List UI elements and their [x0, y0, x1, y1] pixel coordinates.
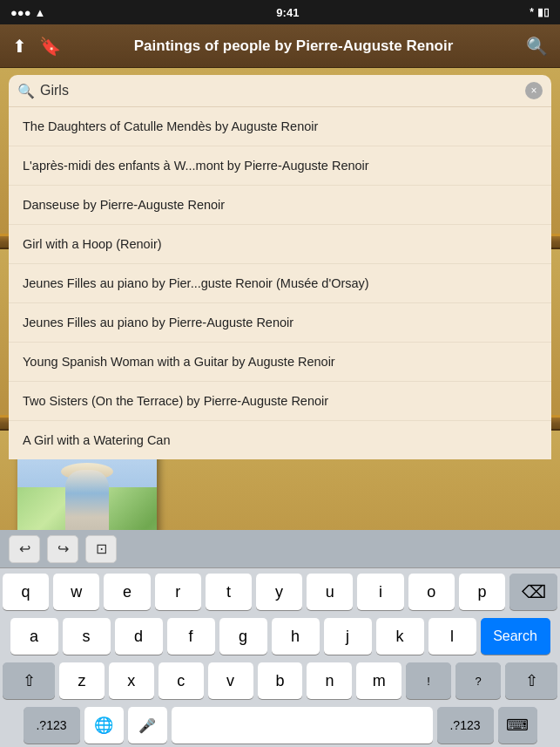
back-button[interactable]: ⬆ [12, 36, 27, 57]
key-n[interactable]: n [307, 662, 352, 699]
key-v[interactable]: v [208, 662, 253, 699]
key-k[interactable]: k [376, 618, 424, 655]
search-results: The Daughters of Catulle Mendès by Augus… [9, 106, 551, 459]
search-result-6[interactable]: Young Spanish Woman with a Guitar by Aug… [9, 343, 551, 382]
key-o[interactable]: o [408, 574, 455, 610]
battery-icon: ▮▯ [537, 6, 550, 18]
key-g[interactable]: g [219, 618, 267, 655]
key-row-4: .?123 🌐 🎤 .?123 ⌨ [3, 707, 557, 744]
shift-key-left[interactable]: ⇧ [3, 662, 55, 699]
key-e[interactable]: e [104, 574, 150, 610]
wifi-icon: ▲ [35, 6, 46, 19]
key-u[interactable]: u [307, 574, 353, 610]
key-exclaim[interactable]: ! [406, 662, 451, 699]
search-input[interactable] [40, 83, 525, 98]
nav-bar: ⬆ 🔖 Paintings of people by Pierre-August… [0, 24, 560, 68]
search-result-4[interactable]: Jeunes Filles au piano by Pier...guste R… [9, 264, 551, 303]
key-q[interactable]: q [3, 574, 49, 610]
key-b[interactable]: b [258, 662, 303, 699]
globe-key[interactable]: 🌐 [84, 707, 124, 744]
status-bar-left: ●●● ▲ [10, 6, 45, 19]
search-clear-button[interactable]: × [525, 82, 543, 99]
mic-key[interactable]: 🎤 [128, 707, 167, 744]
bookmark-button[interactable]: 🔖 [39, 36, 61, 57]
search-overlay: 🔍 × The Daughters of Catulle Mendès by A… [9, 68, 551, 459]
space-key[interactable] [172, 707, 433, 744]
signal-icon: ●●● [10, 6, 31, 19]
status-time: 9:41 [276, 6, 299, 19]
search-result-2[interactable]: Danseuse by Pierre-Auguste Renoir [9, 186, 551, 225]
key-row-3: ⇧ z x c v b n m ! ? ⇧ [3, 662, 557, 699]
search-result-0[interactable]: The Daughters of Catulle Mendès by Augus… [9, 107, 551, 146]
key-y[interactable]: y [256, 574, 302, 610]
shift-key-right[interactable]: ⇧ [505, 662, 557, 699]
search-icon: 🔍 [17, 83, 35, 99]
keyboard-toolbar: ↩ ↪ ⊡ [0, 530, 560, 568]
search-result-5[interactable]: Jeunes Filles au piano by Pierre-Auguste… [9, 303, 551, 343]
key-f[interactable]: f [167, 618, 215, 655]
search-key[interactable]: Search [481, 618, 550, 655]
key-a[interactable]: a [10, 618, 58, 655]
status-bar: ●●● ▲ 9:41 * ▮▯ [0, 0, 560, 24]
key-l[interactable]: l [428, 618, 476, 655]
search-button[interactable]: 🔍 [526, 36, 548, 57]
key-question[interactable]: ? [455, 662, 501, 699]
key-s[interactable]: s [63, 618, 111, 655]
content-area: Paintings of...uguste Renoir La loge by … [0, 68, 560, 574]
bluetooth-icon: * [530, 6, 534, 18]
key-d[interactable]: d [115, 618, 163, 655]
key-c[interactable]: c [159, 662, 204, 699]
paste-button[interactable]: ⊡ [85, 535, 117, 563]
key-row-2: a s d f g h j k l Search [3, 618, 557, 655]
number-key-right[interactable]: .?123 [437, 707, 494, 744]
undo-button[interactable]: ↩ [9, 535, 40, 563]
search-bar-container: 🔍 × [9, 75, 551, 106]
key-z[interactable]: z [59, 662, 105, 699]
keyboard-area: ↩ ↪ ⊡ q w e r t y u i o p ⌫ a s d f g h … [0, 530, 560, 747]
delete-key[interactable]: ⌫ [509, 574, 557, 610]
page-title: Paintings of people by Pierre-Auguste Re… [61, 37, 526, 55]
search-result-3[interactable]: Girl with a Hoop (Renoir) [9, 225, 551, 264]
key-row-1: q w e r t y u i o p ⌫ [3, 574, 557, 610]
search-result-1[interactable]: L'après-midi des enfants à W...mont by P… [9, 146, 551, 186]
number-key-left[interactable]: .?123 [24, 707, 80, 744]
key-h[interactable]: h [272, 618, 320, 655]
key-m[interactable]: m [356, 662, 401, 699]
nav-bar-left: ⬆ 🔖 [12, 36, 61, 57]
search-result-7[interactable]: Two Sisters (On the Terrace) by Pierre-A… [9, 382, 551, 421]
key-p[interactable]: p [459, 574, 505, 610]
redo-button[interactable]: ↪ [47, 535, 78, 563]
key-i[interactable]: i [357, 574, 403, 610]
dismiss-keyboard-key[interactable]: ⌨ [498, 707, 537, 744]
key-r[interactable]: r [155, 574, 201, 610]
key-w[interactable]: w [53, 574, 99, 610]
key-j[interactable]: j [324, 618, 372, 655]
key-x[interactable]: x [109, 662, 154, 699]
status-bar-right: * ▮▯ [530, 6, 550, 18]
keyboard-rows: q w e r t y u i o p ⌫ a s d f g h j k l … [0, 568, 560, 747]
search-result-8[interactable]: A Girl with a Watering Can [9, 421, 551, 459]
key-t[interactable]: t [206, 574, 252, 610]
